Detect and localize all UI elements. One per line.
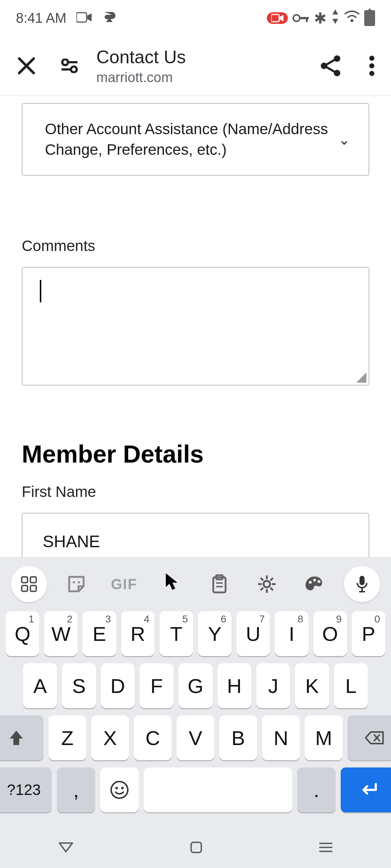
key-v[interactable]: V: [177, 715, 214, 760]
symbols-key[interactable]: ?123: [0, 767, 52, 812]
gif-button[interactable]: GIF: [106, 566, 142, 602]
battery-icon: [364, 10, 375, 26]
cursor-arrow-icon: [154, 564, 190, 600]
svg-rect-1: [271, 14, 279, 22]
space-key[interactable]: [144, 767, 292, 812]
period-key[interactable]: .: [297, 767, 336, 812]
status-bar: 8:41 AM ✱: [0, 0, 391, 36]
backspace-key[interactable]: [348, 715, 391, 760]
page-url: marriott.com: [96, 70, 298, 85]
svg-point-15: [369, 56, 374, 61]
svg-point-45: [121, 787, 124, 790]
chevron-down-icon: ⌄: [338, 131, 350, 148]
clipboard-icon[interactable]: [201, 566, 237, 602]
key-o[interactable]: O9: [314, 611, 347, 656]
comments-label: Comments: [22, 237, 369, 255]
svg-point-28: [264, 581, 270, 587]
key-g[interactable]: G: [178, 663, 212, 708]
svg-rect-46: [191, 842, 201, 852]
key-z[interactable]: Z: [49, 715, 86, 760]
key-a[interactable]: A: [23, 663, 57, 708]
text-cursor: [40, 280, 41, 302]
svg-point-44: [115, 787, 118, 790]
svg-point-38: [313, 579, 316, 582]
svg-line-36: [261, 588, 263, 590]
key-l[interactable]: L: [334, 663, 368, 708]
key-y[interactable]: Y6: [198, 611, 231, 656]
keyboard-apps-icon[interactable]: [11, 566, 47, 602]
nav-back-icon[interactable]: [58, 842, 74, 855]
key-h[interactable]: H: [218, 663, 251, 708]
svg-point-5: [350, 19, 353, 22]
comments-textarea[interactable]: [22, 267, 369, 386]
svg-point-9: [71, 67, 77, 72]
key-u[interactable]: U7: [236, 611, 270, 656]
vpn-key-icon: [292, 10, 310, 26]
key-r[interactable]: R4: [121, 611, 155, 656]
key-x[interactable]: X: [91, 715, 129, 760]
enter-key[interactable]: [341, 767, 391, 812]
svg-point-22: [73, 581, 75, 583]
comma-key[interactable]: ,: [57, 767, 95, 812]
nav-recents-icon[interactable]: [319, 842, 333, 854]
svg-line-33: [261, 578, 263, 580]
keyboard-toolbar: GIF: [0, 557, 391, 611]
share-button[interactable]: [314, 50, 347, 82]
key-j[interactable]: J: [256, 663, 290, 708]
first-name-input[interactable]: SHANE: [22, 513, 369, 557]
tune-icon[interactable]: [59, 50, 80, 82]
palette-icon[interactable]: [297, 566, 333, 602]
shift-key[interactable]: [0, 715, 43, 760]
svg-rect-0: [76, 13, 87, 22]
cast-icon: [102, 10, 116, 26]
key-f[interactable]: F: [140, 663, 173, 708]
svg-line-13: [326, 60, 335, 65]
video-cam-icon: [76, 10, 92, 26]
nav-home-icon[interactable]: [190, 841, 203, 855]
clock: 8:41 AM: [16, 10, 66, 26]
overflow-menu-button[interactable]: [363, 50, 381, 82]
svg-rect-21: [30, 586, 36, 591]
key-q[interactable]: Q1: [6, 611, 39, 656]
svg-line-14: [326, 67, 335, 72]
svg-point-23: [78, 581, 80, 583]
key-m[interactable]: M: [305, 715, 342, 760]
resize-handle-icon: [356, 373, 366, 383]
topic-dropdown-value: Other Account Assistance (Name/Address C…: [45, 119, 331, 160]
key-e[interactable]: E3: [83, 611, 116, 656]
soft-keyboard: GIF Q1W2E3R4T5Y6U7I8O9P0 ASDFGHJKL ZXCVB…: [0, 557, 391, 868]
svg-point-7: [62, 59, 68, 65]
topic-dropdown[interactable]: Other Account Assistance (Name/Address C…: [22, 103, 369, 176]
emoji-key[interactable]: [100, 767, 139, 812]
page-content: Other Account Assistance (Name/Address C…: [0, 96, 391, 557]
key-d[interactable]: D: [101, 663, 135, 708]
svg-line-34: [270, 588, 273, 590]
key-n[interactable]: N: [262, 715, 300, 760]
key-k[interactable]: K: [295, 663, 329, 708]
svg-point-16: [369, 63, 374, 68]
first-name-label: First Name: [22, 483, 369, 501]
svg-line-35: [270, 578, 273, 580]
key-s[interactable]: S: [62, 663, 96, 708]
settings-gear-icon[interactable]: [249, 566, 285, 602]
svg-rect-40: [360, 576, 365, 585]
svg-point-37: [309, 581, 312, 584]
mic-icon[interactable]: [344, 566, 380, 602]
key-p[interactable]: P0: [352, 611, 385, 656]
key-t[interactable]: T5: [160, 611, 193, 656]
key-i[interactable]: I8: [275, 611, 308, 656]
svg-point-2: [293, 15, 300, 21]
system-nav-bar: [0, 828, 391, 868]
svg-point-39: [318, 580, 320, 583]
sticker-icon[interactable]: [58, 566, 94, 602]
member-details-heading: Member Details: [22, 440, 369, 468]
key-c[interactable]: C: [134, 715, 172, 760]
key-b[interactable]: B: [219, 715, 257, 760]
svg-point-17: [369, 71, 374, 76]
close-button[interactable]: [10, 50, 43, 82]
wifi-icon: [344, 10, 360, 26]
page-title: Contact Us: [96, 47, 298, 68]
key-w[interactable]: W2: [44, 611, 77, 656]
screen-record-icon: [267, 12, 288, 24]
signal-icon: [331, 9, 340, 27]
